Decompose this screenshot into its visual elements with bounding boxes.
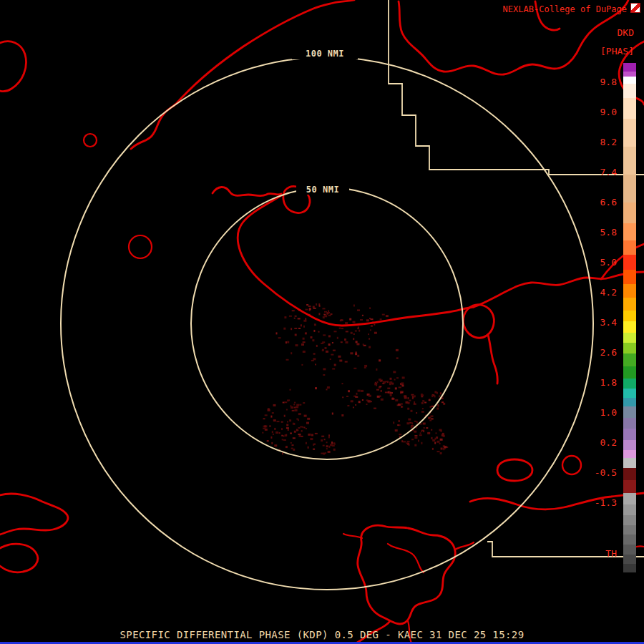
colorbar-tick-label: 3.4 <box>584 317 617 328</box>
nexlab-logo-icon <box>630 3 640 13</box>
colorbar-tick-label: 1.8 <box>584 377 617 389</box>
radar-map-canvas: 100 NMI 50 NMI <box>0 0 644 644</box>
inlet-tail <box>488 335 497 384</box>
colorbar-segment <box>623 545 636 555</box>
boundary-bottomright <box>487 542 644 557</box>
range-ring-50-label: 50 NMI <box>306 185 339 195</box>
colorbar-segment <box>623 119 636 147</box>
range-ring-labels: 100 NMI 50 NMI <box>292 47 358 195</box>
colorbar-segment <box>623 389 636 399</box>
colorbar-tick-label: 4.2 <box>584 287 617 298</box>
river-bottomright <box>470 493 644 509</box>
colorbar-tick-label: 9.0 <box>584 107 617 118</box>
radar-echoes <box>262 303 448 455</box>
colorbar-tick-label: 0.2 <box>584 437 617 449</box>
range-ring-100-label: 100 NMI <box>306 49 344 59</box>
colorbar-segment <box>623 564 636 572</box>
colorbar-segment <box>623 77 636 84</box>
units-label: [PHAS] <box>600 46 634 57</box>
colorbar-tick-label: 7.4 <box>584 167 617 178</box>
colorbar-tick-label: 1.0 <box>584 407 617 419</box>
colorbar-tick-label: 5.0 <box>584 257 617 268</box>
colorbar-segment <box>623 450 636 459</box>
colorbar-segment <box>623 284 636 298</box>
colorbar-segment <box>623 535 636 545</box>
round-lake-br <box>562 456 581 474</box>
colorbar-segment <box>623 555 636 565</box>
colorbar-segment <box>623 480 636 493</box>
small-lake-1 <box>84 134 97 147</box>
coastline-northeast <box>474 272 644 307</box>
colorbar-segment <box>623 270 636 283</box>
lake-inner-line <box>388 544 424 572</box>
colorbar-segment <box>623 298 636 311</box>
small-lake-2 <box>129 235 152 258</box>
colorbar-tick-label: 5.8 <box>584 227 617 238</box>
colorbar-segment <box>623 72 636 77</box>
coastline-mid-west <box>213 187 281 195</box>
colorbar-segment <box>623 468 636 481</box>
colorbar-segment <box>623 429 636 440</box>
colorbar-segment <box>623 63 636 72</box>
colorbar-segment <box>623 311 636 322</box>
colorbar-segment <box>623 525 636 535</box>
colorbar <box>623 63 636 572</box>
radar-display: 100 NMI 50 NMI NEXLAB-College of DuPage … <box>0 0 644 644</box>
colorbar-segment <box>623 321 636 333</box>
colorbar-tick-label: -1.3 <box>584 497 617 509</box>
inlet-loop <box>463 305 494 338</box>
colorbar-segment <box>623 515 636 525</box>
lake-outline <box>358 525 456 624</box>
colorbar-segment <box>623 240 636 254</box>
coastline-upper <box>131 0 354 149</box>
colorbar-tick-label: -0.5 <box>584 467 617 479</box>
colorbar-tick-label: 2.6 <box>584 347 617 358</box>
colorbar-segment <box>623 203 636 223</box>
brand-text: NEXLAB-College of DuPage <box>503 4 627 14</box>
colorbar-segment <box>623 366 636 379</box>
colorbar-tick-label: 6.6 <box>584 197 617 208</box>
colorbar-segment <box>623 504 636 516</box>
colorbar-segment <box>623 458 636 468</box>
coastline-mid-main <box>238 195 474 326</box>
colorbar-segment <box>623 175 636 203</box>
colorbar-segment <box>623 440 636 450</box>
lake-spur-east <box>455 542 474 550</box>
colorbar-segment <box>623 147 636 175</box>
blob-bottomleft <box>0 544 38 572</box>
colorbar-segment <box>623 98 636 119</box>
colorbar-segment <box>623 343 636 354</box>
colorbar-segment <box>623 255 636 270</box>
lake-spur-west <box>343 534 362 538</box>
colorbar-segment <box>623 379 636 389</box>
blob-topleft <box>0 42 26 92</box>
colorbar-segment <box>623 418 636 429</box>
colorbar-segment <box>623 406 636 418</box>
oval-lake-br <box>497 459 532 481</box>
colorbar-threshold-label: TH <box>584 548 617 560</box>
blob-left-mid <box>0 494 68 535</box>
colorbar-segment <box>623 353 636 366</box>
product-code: DKD <box>618 27 634 38</box>
colorbar-segment <box>623 333 636 343</box>
colorbar-segment <box>623 223 636 240</box>
colorbar-segment <box>623 493 636 504</box>
colorbar-segment <box>623 84 636 97</box>
map-outlines <box>0 0 644 644</box>
colorbar-segment <box>623 398 636 406</box>
product-caption: SPECIFIC DIFFERENTIAL PHASE (KDP) 0.5 DE… <box>0 629 644 640</box>
colorbar-tick-label: 9.8 <box>584 77 617 88</box>
colorbar-tick-label: 8.2 <box>584 137 617 148</box>
